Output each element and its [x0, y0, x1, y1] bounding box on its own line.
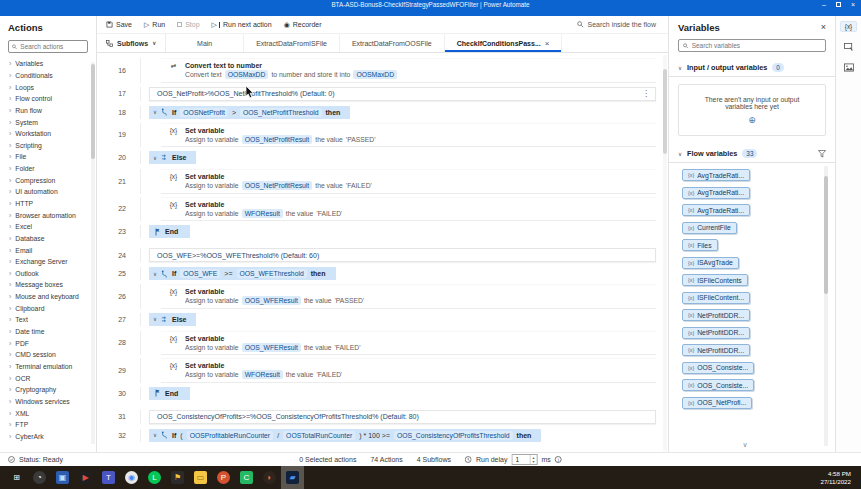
actions-group-item[interactable]: › System — [0, 116, 96, 128]
set-variable-action[interactable]: {x} Set variable Assign to variableOOS_W… — [161, 284, 656, 309]
collapse-chevron-icon[interactable]: ∨ — [153, 155, 157, 161]
set-variable-action[interactable]: {x} Set variable Assign to variableOOS_W… — [161, 331, 656, 356]
actions-group-item[interactable]: › XML — [0, 407, 96, 419]
run-next-action-button[interactable]: ▷ Run next action — [212, 21, 272, 29]
tab-extract-data-from-oos-file[interactable]: ExtractDataFromOOSFile — [340, 34, 445, 52]
convert-text-to-number-action[interactable]: ⇄ Convert text to number Convert textOOS… — [161, 58, 656, 83]
actions-group-item[interactable]: › Conditionals — [0, 70, 96, 82]
flow-variable-item[interactable]: {x} NetProfitDDR... — [682, 344, 835, 356]
flow-variable-item[interactable]: {x} AvgTradeRati... — [682, 169, 835, 181]
tab-check-if-conditions-pass[interactable]: CheckIfConditionsPass... × — [445, 34, 563, 52]
actions-group-item[interactable]: › UI automation — [0, 186, 96, 198]
maximize-icon[interactable] — [836, 2, 841, 7]
media-app-icon[interactable]: ▶ — [74, 466, 97, 489]
actions-group-item[interactable]: › Exchange Server — [0, 256, 96, 268]
if-action[interactable]: ∨ If OOS_WFE >= OOS_WFEThreshold then — [149, 267, 336, 280]
close-icon[interactable]: × — [851, 1, 855, 9]
else-action[interactable]: ∨ Else — [149, 151, 196, 164]
file-explorer-icon[interactable]: ▭ — [189, 466, 212, 489]
actions-group-item[interactable]: › Email — [0, 244, 96, 256]
run-delay-input[interactable]: ▴▾ — [511, 454, 537, 465]
actions-group-item[interactable]: › Flow control — [0, 93, 96, 105]
actions-group-item[interactable]: › Workstation — [0, 128, 96, 140]
actions-group-item[interactable]: › HTTP — [0, 198, 96, 210]
more-options-icon[interactable]: ⋮ — [642, 90, 650, 98]
actions-group-item[interactable]: › Windows services — [0, 396, 96, 408]
flow-variable-item[interactable]: {x} NetProfitDDR... — [682, 327, 835, 339]
flow-variable-item[interactable]: {x} AvgTradeRati... — [682, 204, 835, 216]
collapse-chevron-icon[interactable]: ∨ — [153, 316, 157, 322]
set-variable-action[interactable]: {x} Set variable Assign to variableWFORe… — [161, 197, 656, 222]
power-automate-icon[interactable]: ▰ — [281, 466, 304, 489]
end-action[interactable]: End — [149, 387, 190, 400]
recorder-button[interactable]: ◉ Recorder — [284, 21, 322, 29]
set-variable-action[interactable]: {x} Set variable Assign to variableOOS_N… — [161, 123, 656, 148]
if-action[interactable]: ∨ If OOSNetProfit > OOS_NetProfitThresho… — [149, 106, 350, 119]
actions-group-item[interactable]: › Database — [0, 233, 96, 245]
flow-variable-item[interactable]: {x} ISFileContent... — [682, 292, 835, 304]
flow-variable-item[interactable]: {x} OOS_NetProfi... — [682, 397, 835, 409]
actions-group-item[interactable]: › CMD session — [0, 349, 96, 361]
stop-button[interactable]: Stop — [177, 21, 199, 28]
actions-group-item[interactable]: › Scripting — [0, 139, 96, 151]
actions-group-item[interactable]: › Terminal emulation — [0, 361, 96, 373]
actions-scrollbar[interactable] — [91, 62, 95, 444]
actions-group-item[interactable]: › Folder — [0, 163, 96, 175]
filter-icon[interactable] — [818, 150, 826, 158]
flow-variable-item[interactable]: {x} NetProfitDDR... — [682, 309, 835, 321]
actions-group-item[interactable]: › Run flow — [0, 105, 96, 117]
flow-search[interactable]: Search inside the flow — [577, 21, 656, 28]
taskbar-clock[interactable]: 4:58 PM 27/11/2022 — [820, 470, 861, 485]
info-icon[interactable]: i — [555, 456, 562, 463]
save-button[interactable]: Save — [106, 21, 132, 28]
actions-group-item[interactable]: › Excel — [0, 221, 96, 233]
actions-group-item[interactable]: › Browser automation — [0, 209, 96, 221]
flow-variables-section-header[interactable]: ∨ Flow variables 33 — [669, 145, 835, 163]
teams-icon[interactable]: T — [97, 466, 120, 489]
flow-variable-item[interactable]: {x} OOS_Consiste... — [682, 379, 835, 391]
tab-main[interactable]: Main — [166, 34, 244, 52]
actions-group-item[interactable]: › Message boxes — [0, 279, 96, 291]
actions-group-item[interactable]: › File — [0, 151, 96, 163]
line-icon[interactable]: L — [143, 466, 166, 489]
photos-app-icon[interactable]: ▣ — [51, 466, 74, 489]
editor-scrollbar[interactable] — [663, 55, 667, 451]
flow-variable-item[interactable]: {x} OOS_Consiste... — [682, 362, 835, 374]
actions-group-item[interactable]: › Loops — [0, 81, 96, 93]
more-variables-chevron-icon[interactable]: ∨ — [669, 441, 821, 449]
actions-group-item[interactable]: › Clipboard — [0, 302, 96, 314]
trading-app-icon[interactable]: ⚑ — [166, 466, 189, 489]
flow-variable-item[interactable]: {x} ISAvgTrade — [682, 257, 835, 269]
else-action[interactable]: ∨ Else — [149, 313, 196, 326]
run-button[interactable]: ▷ Run — [144, 21, 165, 29]
start-button[interactable]: ⊞ — [5, 466, 28, 489]
flow-variable-item[interactable]: {x} CurrentFile — [682, 222, 835, 234]
ui-elements-rail-icon[interactable] — [844, 43, 854, 52]
actions-group-item[interactable]: › Compression — [0, 174, 96, 186]
actions-group-item[interactable]: › Variables — [0, 58, 96, 70]
actions-group-item[interactable]: › Date time — [0, 326, 96, 338]
collapse-chevron-icon[interactable]: ∨ — [153, 432, 157, 438]
comment-action[interactable]: OOS_NetProfit>%OOS_NetProfitThreshold% (… — [149, 87, 656, 101]
set-variable-action[interactable]: {x} Set variable Assign to variableWFORe… — [161, 358, 656, 383]
if-action[interactable]: ∨ If ( OOSProfitableRunCounter / OOSTota… — [149, 429, 541, 442]
set-variable-action[interactable]: {x} Set variable Assign to variableOOS_N… — [161, 169, 656, 194]
actions-group-item[interactable]: › Mouse and keyboard — [0, 291, 96, 303]
actions-search-input[interactable] — [20, 43, 84, 50]
end-action[interactable]: End — [149, 225, 190, 238]
flow-variable-item[interactable]: {x} Files — [682, 239, 835, 251]
collapse-chevron-icon[interactable]: ∨ — [153, 109, 157, 115]
chrome-icon[interactable]: ◉ — [120, 466, 143, 489]
actions-group-item[interactable]: › Text — [0, 314, 96, 326]
actions-group-item[interactable]: › FTP — [0, 419, 96, 431]
clock-app-icon[interactable]: ◔ — [28, 466, 51, 489]
actions-group-item[interactable]: › Cryptography — [0, 384, 96, 396]
variables-scrollbar[interactable] — [824, 166, 828, 446]
collapse-chevron-icon[interactable]: ∨ — [153, 271, 157, 277]
minimize-icon[interactable]: – — [822, 1, 826, 9]
variables-search[interactable] — [678, 39, 826, 52]
tab-close-icon[interactable]: × — [545, 39, 550, 48]
tab-extract-data-from-is-file[interactable]: ExtractDataFromISFile — [244, 34, 340, 52]
close-icon[interactable]: × — [821, 23, 826, 32]
io-variables-section-header[interactable]: ∨ Input / output variables 0 — [669, 59, 835, 77]
